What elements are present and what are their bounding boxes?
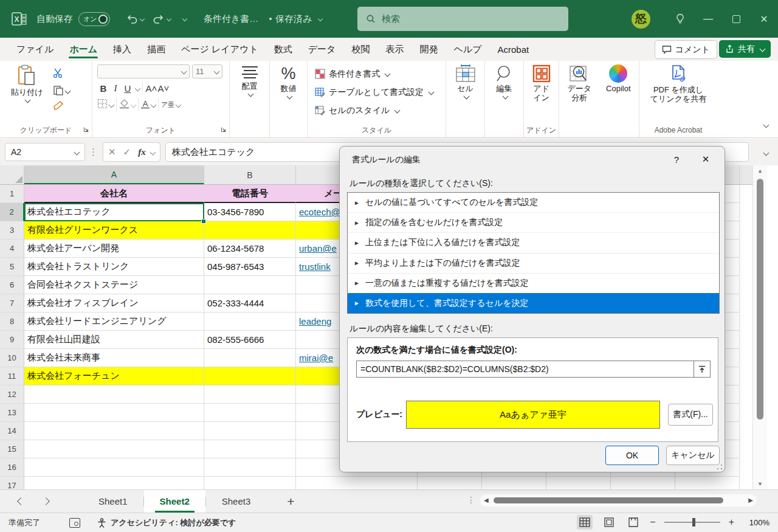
cell-D17[interactable] bbox=[418, 477, 482, 489]
fill-handle[interactable] bbox=[201, 219, 206, 224]
alignment-button[interactable]: 配置 bbox=[237, 64, 263, 96]
cell-C17[interactable] bbox=[296, 477, 418, 489]
redo-button[interactable] bbox=[153, 13, 171, 24]
cell-A2[interactable]: 株式会社エコテック bbox=[24, 203, 204, 221]
format-painter-button[interactable] bbox=[53, 100, 70, 113]
cell-F17[interactable] bbox=[546, 477, 611, 489]
cell-A14[interactable] bbox=[24, 422, 204, 440]
cell-A7[interactable]: 株式会社オフィスブレイン bbox=[24, 294, 204, 313]
cell-A16[interactable] bbox=[24, 458, 204, 477]
font-size-combo[interactable]: 11 bbox=[192, 64, 222, 78]
row-header-10[interactable]: 10 bbox=[0, 349, 24, 367]
data-analysis-button[interactable]: データ分析 bbox=[563, 64, 595, 102]
ribbon-tab-データ[interactable]: データ bbox=[300, 39, 344, 60]
fx-chevron[interactable] bbox=[150, 149, 156, 155]
row-header-8[interactable]: 8 bbox=[0, 313, 24, 331]
cell-G17[interactable] bbox=[611, 477, 675, 489]
cell-B11[interactable] bbox=[204, 367, 296, 385]
increase-font-button[interactable]: A˄ bbox=[145, 83, 157, 94]
cell-B10[interactable] bbox=[204, 349, 296, 367]
row-header-7[interactable]: 7 bbox=[0, 294, 24, 313]
undo-button[interactable] bbox=[126, 13, 144, 24]
ribbon-tab-表示[interactable]: 表示 bbox=[377, 39, 411, 60]
search-input[interactable]: 検索 bbox=[357, 7, 568, 31]
ribbon-tab-ヘルプ[interactable]: ヘルプ bbox=[446, 39, 489, 60]
format-button[interactable]: 書式(F)... bbox=[668, 404, 713, 426]
select-all-corner[interactable] bbox=[0, 165, 24, 184]
underline-chevron[interactable] bbox=[135, 85, 141, 91]
previous-sheet-arrow[interactable] bbox=[17, 497, 25, 505]
cell-H17[interactable] bbox=[675, 477, 740, 489]
fill-color-chevron[interactable] bbox=[131, 102, 137, 108]
column-header-A[interactable]: A bbox=[24, 165, 204, 184]
excel-logo-icon[interactable]: X bbox=[10, 10, 29, 28]
dialog-help-button[interactable]: ? bbox=[666, 150, 687, 168]
bold-button[interactable]: B bbox=[97, 83, 109, 94]
ribbon-tab-ページ レイアウト[interactable]: ページ レイアウト bbox=[173, 39, 266, 60]
zoom-out-button[interactable]: − bbox=[650, 517, 655, 528]
cell-B3[interactable] bbox=[204, 221, 296, 240]
page-layout-view-button[interactable] bbox=[601, 515, 617, 530]
conditional-formatting-button[interactable]: 条件付き書式 bbox=[315, 66, 390, 82]
dialog-close-button[interactable]: ✕ bbox=[695, 150, 716, 168]
italic-button[interactable]: I bbox=[109, 83, 122, 94]
addins-button[interactable]: アドイン bbox=[529, 64, 554, 102]
autosave-toggle[interactable]: オン bbox=[78, 12, 110, 26]
copy-button[interactable] bbox=[53, 85, 70, 96]
rule-formula-field[interactable]: =COUNTBLANK($B2:$D2)=COLUMNS($B2:$D2) bbox=[356, 361, 711, 378]
cell-E17[interactable] bbox=[482, 477, 546, 489]
avatar[interactable]: 怒 bbox=[632, 10, 650, 29]
ribbon-tab-数式[interactable]: 数式 bbox=[266, 39, 300, 60]
vertical-scrollbar[interactable]: ▲ ▼ bbox=[752, 165, 767, 489]
cell-B2[interactable]: 03-3456-7890 bbox=[204, 203, 296, 221]
zoom-slider-thumb[interactable] bbox=[692, 518, 695, 527]
formula-bar-expand-chevron[interactable] bbox=[762, 147, 768, 158]
zoom-in-button[interactable]: + bbox=[729, 517, 734, 528]
rule-type-item-5[interactable]: ►一意の値または重複する値だけを書式設定 bbox=[348, 273, 719, 293]
rule-type-item-6[interactable]: ►数式を使用して、書式設定するセルを決定 bbox=[348, 293, 719, 313]
row-header-1[interactable]: 1 bbox=[0, 185, 24, 203]
zoom-slider[interactable] bbox=[664, 522, 720, 523]
sheet-tab-Sheet3[interactable]: Sheet3 bbox=[206, 490, 267, 513]
rule-type-item-1[interactable]: ►セルの値に基づいてすべてのセルを書式設定 bbox=[348, 193, 719, 212]
zoom-percentage[interactable]: 100% bbox=[743, 518, 769, 527]
row-header-17[interactable]: 17 bbox=[0, 477, 24, 489]
cell-B8[interactable] bbox=[204, 313, 296, 331]
maximize-button[interactable] bbox=[722, 0, 750, 38]
cell-A3[interactable]: 有限会社グリーンワークス bbox=[24, 221, 204, 240]
cell-A13[interactable] bbox=[24, 404, 204, 422]
lightbulb-icon[interactable] bbox=[666, 0, 694, 38]
page-break-preview-button[interactable] bbox=[625, 515, 641, 530]
clipboard-dialog-launcher[interactable] bbox=[83, 124, 89, 135]
file-name[interactable]: 条件付き書… bbox=[204, 13, 258, 25]
horizontal-scrollbar-thumb[interactable] bbox=[494, 497, 723, 503]
row-header-3[interactable]: 3 bbox=[0, 221, 24, 240]
row-header-13[interactable]: 13 bbox=[0, 404, 24, 422]
cell-A10[interactable]: 株式会社未来商事 bbox=[24, 349, 204, 367]
row-header-14[interactable]: 14 bbox=[0, 422, 24, 440]
copilot-button[interactable]: Copilot bbox=[602, 64, 634, 93]
row-header-12[interactable]: 12 bbox=[0, 385, 24, 404]
ribbon-tab-Acrobat[interactable]: Acrobat bbox=[490, 39, 537, 60]
undo-dropdown-chevron[interactable] bbox=[140, 16, 145, 21]
cell-A17[interactable] bbox=[24, 477, 204, 489]
quick-access-toolbar-chevron[interactable] bbox=[181, 17, 187, 21]
next-sheet-arrow[interactable] bbox=[42, 497, 50, 505]
close-button[interactable]: ✕ bbox=[750, 0, 778, 38]
scroll-right-arrow[interactable]: ▶ bbox=[748, 497, 753, 503]
rule-type-item-3[interactable]: ►上位または下位に入る値だけを書式設定 bbox=[348, 232, 719, 252]
cut-button[interactable] bbox=[53, 68, 70, 81]
font-color-chevron[interactable] bbox=[151, 102, 157, 108]
vertical-scrollbar-thumb[interactable] bbox=[757, 179, 763, 420]
minimize-button[interactable]: — bbox=[694, 0, 722, 38]
cell-B14[interactable] bbox=[204, 422, 296, 440]
cell-A6[interactable]: 合同会社ネクストステージ bbox=[24, 276, 204, 294]
cell-B17[interactable] bbox=[204, 477, 296, 489]
confirm-entry-icon[interactable]: ✓ bbox=[123, 147, 131, 157]
cell-B16[interactable] bbox=[204, 458, 296, 477]
row-header-16[interactable]: 16 bbox=[0, 458, 24, 477]
cell-A12[interactable] bbox=[24, 385, 204, 404]
cell-A1[interactable]: 会社名 bbox=[24, 185, 204, 203]
row-header-11[interactable]: 11 bbox=[0, 367, 24, 385]
cell-A9[interactable]: 有限会社山田建設 bbox=[24, 331, 204, 349]
